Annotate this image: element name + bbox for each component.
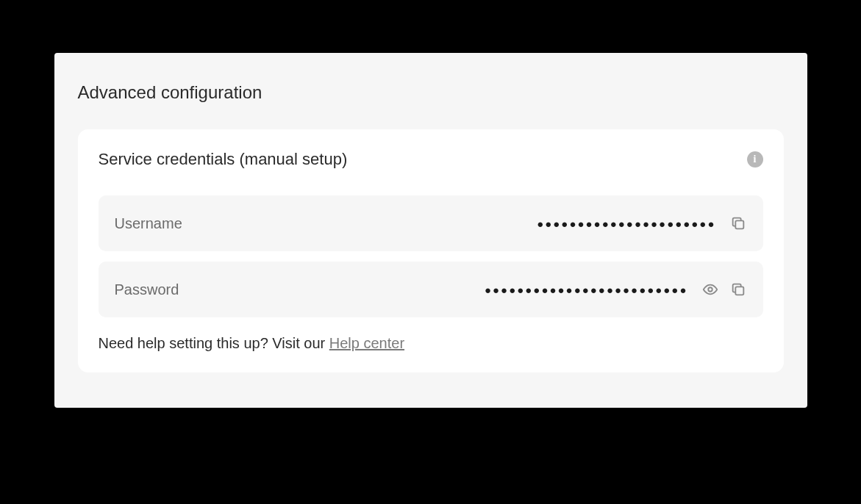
- help-text: Need help setting this up? Visit our: [99, 335, 329, 351]
- username-value-wrap: ●●●●●●●●●●●●●●●●●●●●●●: [269, 217, 716, 230]
- section-title: Advanced configuration: [78, 82, 784, 103]
- password-actions: [701, 281, 747, 298]
- svg-rect-0: [735, 220, 743, 228]
- username-actions: [729, 215, 747, 232]
- password-masked: ●●●●●●●●●●●●●●●●●●●●●●●●●: [485, 284, 688, 296]
- card-header: Service credentials (manual setup) i: [99, 150, 763, 169]
- password-row: Password ●●●●●●●●●●●●●●●●●●●●●●●●●: [99, 262, 763, 317]
- credentials-card: Service credentials (manual setup) i Use…: [78, 129, 784, 372]
- username-row: Username ●●●●●●●●●●●●●●●●●●●●●●: [99, 195, 763, 251]
- help-center-link[interactable]: Help center: [329, 335, 404, 351]
- password-label: Password: [115, 281, 269, 298]
- info-icon[interactable]: i: [747, 151, 763, 168]
- username-label: Username: [115, 215, 269, 232]
- svg-point-1: [708, 287, 712, 292]
- advanced-config-panel: Advanced configuration Service credentia…: [54, 53, 807, 408]
- svg-rect-2: [735, 287, 743, 295]
- username-masked: ●●●●●●●●●●●●●●●●●●●●●●: [537, 217, 715, 230]
- copy-icon[interactable]: [729, 215, 747, 232]
- password-value-wrap: ●●●●●●●●●●●●●●●●●●●●●●●●●: [269, 284, 688, 296]
- help-text-row: Need help setting this up? Visit our Hel…: [99, 335, 763, 352]
- copy-icon[interactable]: [729, 281, 747, 298]
- eye-icon[interactable]: [701, 281, 719, 298]
- card-title: Service credentials (manual setup): [99, 150, 348, 169]
